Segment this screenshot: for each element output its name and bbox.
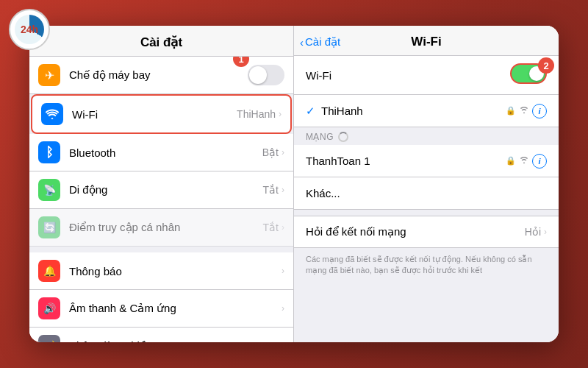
settings-item-personal-hotspot[interactable]: 🔄 Điểm truy cập cá nhân Tắt › [29,209,293,247]
settings-list: ✈ Chế độ máy bay 1 Wi-Fi ThiHanh › [29,57,293,342]
step1-badge: 1 [233,57,249,67]
connected-network-name: ThiHanh [321,105,506,117]
mobile-value: Tắt [263,184,279,196]
sound-icon: 🔊 [38,297,60,319]
logo-text: 24h [15,15,44,44]
settings-item-mobile[interactable]: 📡 Di động Tắt › [29,171,293,209]
dnd-chevron: › [282,341,284,342]
ask-join-row[interactable]: Hỏi để kết nối mạng Hỏi › [294,216,559,248]
settings-title: Cài đặt [140,35,182,49]
sound-label: Âm thanh & Cảm ứng [69,302,282,315]
airplane-label: Chế độ máy bay [69,68,248,82]
thanhtoan-info-icon[interactable]: i [532,154,547,169]
other-name: Khác... [306,187,547,199]
info-icon[interactable]: i [532,104,547,118]
settings-item-wifi[interactable]: Wi-Fi ThiHanh › [31,94,292,134]
wifi-main-toggle-row[interactable]: Wi-Fi 2 [294,56,559,95]
step2-badge: 2 [538,57,554,74]
wifi-value: ThiHanh [237,108,276,120]
mobile-chevron: › [282,185,284,195]
wifi-icon [41,103,63,125]
wifi-panel: ‹ Cài đặt Wi-Fi Wi-Fi 2 ✓ ThiHanh 🔒 [294,26,559,342]
bluetooth-label: Bluetooth [69,146,262,159]
dnd-label: Không làm phiền [69,339,282,342]
hotspot-icon: 🔄 [38,216,60,238]
back-label: Cài đặt [305,35,340,49]
network-row-thanhtoan[interactable]: ThanhToan 1 🔒 i [294,145,559,177]
sound-chevron: › [282,303,284,314]
connected-network-icons: 🔒 i [506,104,547,118]
wifi-strength-icon [519,105,529,116]
connected-network-row[interactable]: ✓ ThiHanh 🔒 i [294,95,559,127]
wifi-panel-title: Wi-Fi [411,35,441,49]
thanhtoan-lock-icon: 🔒 [506,156,516,166]
settings-item-bluetooth[interactable]: ᛒ Bluetooth Bật › [29,134,293,171]
wifi-toggle-label: Wi-Fi [306,69,331,82]
lock-icon: 🔒 [506,106,516,116]
thanhtoan-icons: 🔒 i [506,154,547,169]
bluetooth-icon: ᛒ [38,141,60,163]
settings-item-dnd[interactable]: 🌙 Không làm phiền › [29,328,293,342]
wifi-chevron: › [279,109,282,119]
thanhtoan-wifi-icon [519,155,529,166]
hotspot-label: Điểm truy cập cá nhân [69,221,263,234]
wifi-panel-header: ‹ Cài đặt Wi-Fi [294,26,559,56]
ask-join-value: Hỏi [525,226,541,238]
wifi-label: Wi-Fi [72,108,237,121]
section-separator [29,247,293,252]
settings-item-sound[interactable]: 🔊 Âm thanh & Cảm ứng › [29,290,293,328]
networks-header-label: MẠNG [306,132,334,142]
airplane-icon: ✈ [38,64,60,86]
notification-icon: 🔔 [38,260,60,282]
mobile-label: Di động [69,183,263,197]
logo: 24h [9,9,50,50]
bluetooth-chevron: › [282,147,284,158]
mobile-icon: 📡 [38,179,60,201]
networks-section-header: MẠNG [294,127,559,145]
loading-spinner [338,132,348,142]
thanhtoan-name: ThanhToan 1 [306,155,506,167]
notification-label: Thông báo [69,265,282,277]
bluetooth-value: Bật [262,146,279,158]
settings-item-notifications[interactable]: 🔔 Thông báo › [29,252,293,290]
network-row-other[interactable]: Khác... [294,177,559,210]
dnd-icon: 🌙 [38,335,60,342]
back-button[interactable]: ‹ Cài đặt [300,35,340,49]
settings-panel: Cài đặt ✈ Chế độ máy bay 1 [29,26,294,342]
settings-item-airplane[interactable]: ✈ Chế độ máy bay 1 [29,57,293,94]
airplane-toggle[interactable] [248,65,284,85]
ask-join-label: Hỏi để kết nối mạng [306,225,406,238]
ios-screenshot: Cài đặt ✈ Chế độ máy bay 1 [29,26,559,342]
checkmark-icon: ✓ [306,105,315,118]
notification-chevron: › [282,266,284,276]
hotspot-chevron: › [282,222,284,233]
hotspot-value: Tắt [263,222,279,233]
settings-header: Cài đặt [29,26,293,57]
auto-join-note: Các mạng đã biết sẽ được kết nối tự động… [294,248,559,283]
back-chevron: ‹ [300,36,304,49]
ask-join-chevron: › [544,227,547,237]
